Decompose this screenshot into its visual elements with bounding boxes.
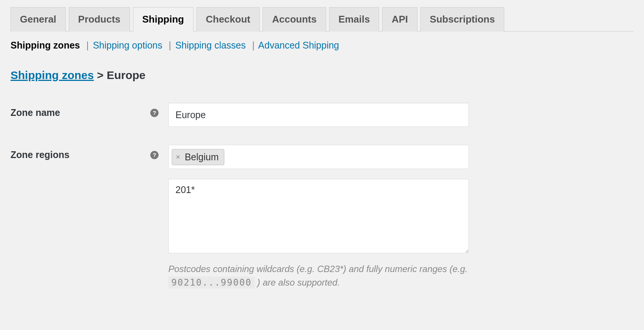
postcodes-hint: Postcodes containing wildcards (e.g. CB2… [168,262,469,289]
tab-shipping[interactable]: Shipping [133,7,194,32]
tab-checkout[interactable]: Checkout [197,7,260,32]
hint-code: 90210...99000 [168,277,255,289]
help-icon[interactable]: ? [150,151,159,159]
breadcrumb-current: Europe [107,69,145,81]
postcodes-textarea[interactable] [168,179,469,253]
subnav-separator: | [252,40,255,50]
subnav-shipping-zones[interactable]: Shipping zones [11,40,80,50]
tab-accounts[interactable]: Accounts [263,7,326,32]
region-chip: × Belgium [172,149,224,165]
tab-emails[interactable]: Emails [329,7,379,32]
subnav-shipping-classes[interactable]: Shipping classes [175,40,246,50]
breadcrumb-separator: > [97,69,104,81]
breadcrumb: Shipping zones > Europe [11,69,633,82]
subnav-shipping-options[interactable]: Shipping options [93,40,162,50]
zone-regions-select[interactable]: × Belgium [168,145,469,169]
tab-general[interactable]: General [11,7,66,32]
region-chip-label: Belgium [185,152,219,163]
subnav-advanced-shipping[interactable]: Advanced Shipping [258,40,339,50]
shipping-subnav: Shipping zones | Shipping options | Ship… [11,40,633,51]
hint-text-prefix: Postcodes containing wildcards (e.g. CB2… [168,264,467,274]
subnav-separator: | [169,40,171,50]
settings-tabs: General Products Shipping Checkout Accou… [11,7,633,32]
help-icon[interactable]: ? [150,109,159,117]
tab-api[interactable]: API [382,7,417,32]
zone-form: Zone name ? Zone regions ? × Belgium [11,103,633,289]
tab-products[interactable]: Products [69,7,130,32]
tab-subscriptions[interactable]: Subscriptions [420,7,504,32]
hint-text-suffix: ) are also supported. [255,277,340,287]
close-icon[interactable]: × [176,153,180,161]
zone-name-row: Zone name ? [11,103,633,127]
breadcrumb-parent-link[interactable]: Shipping zones [11,69,94,81]
zone-regions-row: Zone regions ? × Belgium Postcodes conta… [11,145,633,289]
zone-name-label: Zone name [11,107,60,118]
zone-name-input[interactable] [168,103,469,127]
zone-regions-label: Zone regions [11,149,70,160]
subnav-separator: | [86,40,89,50]
